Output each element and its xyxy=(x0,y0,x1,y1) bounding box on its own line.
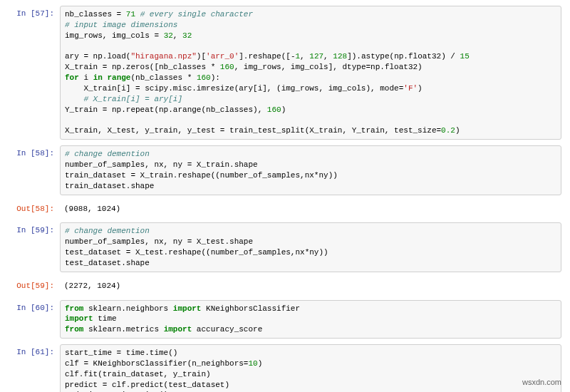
code-text: from sklearn.neighbors import KNeighbors… xyxy=(65,304,556,336)
code-cell: In [57]:nb_classes = 71 # every single c… xyxy=(9,6,561,140)
input-prompt: In [60]: xyxy=(9,300,60,339)
input-prompt: In [59]: xyxy=(9,222,60,272)
notebook: In [57]:nb_classes = 71 # every single c… xyxy=(9,6,561,392)
code-input[interactable]: # change demention number_of_samples, nx… xyxy=(60,222,561,272)
code-input[interactable]: nb_classes = 71 # every single character… xyxy=(60,6,561,140)
code-text: nb_classes = 71 # every single character… xyxy=(65,9,556,136)
output-text: (2272, 1024) xyxy=(64,281,557,292)
code-cell: In [61]:start_time = time.time() clf = K… xyxy=(9,344,561,392)
code-cell: In [59]:# change demention number_of_sam… xyxy=(9,222,561,272)
code-text: # change demention number_of_samples, nx… xyxy=(65,149,556,191)
code-input[interactable]: # change demention number_of_samples, nx… xyxy=(60,145,561,195)
input-prompt: In [61]: xyxy=(9,344,60,392)
output-prompt: Out[59]: xyxy=(9,278,60,294)
code-input[interactable]: from sklearn.neighbors import KNeighbors… xyxy=(60,300,561,339)
code-cell: In [60]:from sklearn.neighbors import KN… xyxy=(9,300,561,339)
output-text: (9088, 1024) xyxy=(64,204,557,215)
output-cell: Out[59]:(2272, 1024) xyxy=(9,278,561,294)
watermark: wsxdn.com xyxy=(522,377,561,388)
output-prompt: Out[58]: xyxy=(9,201,60,217)
code-text: # change demention number_of_samples, nx… xyxy=(65,226,556,268)
code-input[interactable]: start_time = time.time() clf = KNeighbor… xyxy=(60,344,561,392)
code-text: start_time = time.time() clf = KNeighbor… xyxy=(65,348,556,392)
code-cell: In [58]:# change demention number_of_sam… xyxy=(9,145,561,195)
output-cell: Out[58]:(9088, 1024) xyxy=(9,201,561,217)
input-prompt: In [57]: xyxy=(9,6,60,140)
input-prompt: In [58]: xyxy=(9,145,60,195)
